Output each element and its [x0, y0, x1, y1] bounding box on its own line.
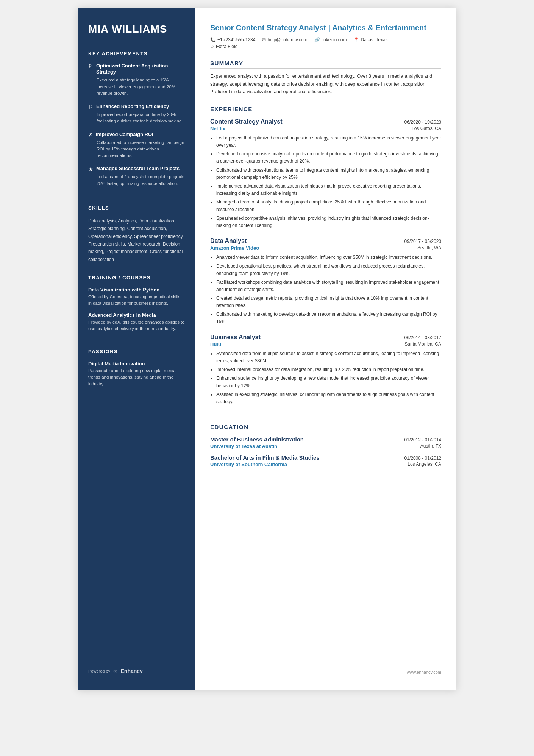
achievement-desc-2: Improved report preparation time by 20%,… [97, 111, 184, 125]
experience-amazon: Data Analyst 09/2017 - 05/2020 Amazon Pr… [210, 238, 441, 326]
training-title: TRAINING / COURSES [88, 275, 184, 283]
bullet-item: Managed a team of 4 analysts, driving pr… [216, 199, 441, 213]
passions-title: PASSIONS [88, 349, 184, 357]
achievement-desc-3: Collaborated to increase marketing campa… [97, 139, 184, 159]
education-section: EDUCATION Master of Business Administrat… [210, 424, 441, 473]
edu-degree-2: Bachelor of Arts in Film & Media Studies [210, 454, 320, 461]
course-title-1: Data Visualization with Python [88, 287, 184, 293]
edu-dates-2: 01/2008 - 01/2012 [404, 455, 441, 461]
edu-dates-1: 01/2012 - 01/2014 [404, 437, 441, 443]
bullet-item: Created detailed usage metric reports, p… [216, 295, 441, 309]
extra-contact: ☆ Extra Field [210, 44, 237, 49]
website-text: www.enhancv.com [407, 670, 441, 675]
achievement-4: ★ Managed Successful Team Projects Led a… [88, 166, 184, 187]
education-2: Bachelor of Arts in Film & Media Studies… [210, 454, 441, 467]
location-contact: 📍 Dallas, Texas [353, 37, 387, 42]
exp-dates-1: 06/2020 - 10/2023 [404, 119, 441, 125]
achievement-1: ⚐ Optimized Content Acquisition Strategy… [88, 63, 184, 97]
achievement-title-3: Improved Campaign ROI [96, 131, 153, 138]
linkedin-contact: 🔗 linkedin.com [314, 37, 347, 42]
summary-section: SUMMARY Experienced analyst with a passi… [210, 60, 441, 96]
passion-title-1: Digital Media Innovation [88, 361, 184, 366]
experience-section: EXPERIENCE Content Strategy Analyst 06/2… [210, 106, 441, 414]
phone-contact: 📞 +1-(234)-555-1234 [210, 37, 255, 42]
achievement-title-4: Managed Successful Team Projects [96, 166, 180, 172]
exp-company-3: Hulu [210, 341, 221, 347]
exp-bullets-3: Synthesized data from multiple sources t… [210, 350, 441, 405]
achievement-title-2: Enhanced Reporting Efficiency [96, 103, 169, 110]
star-icon: ☆ [210, 44, 214, 49]
contact-row-1: 📞 +1-(234)-555-1234 ✉ help@enhancv.com 🔗… [210, 37, 441, 42]
contact-row-2: ☆ Extra Field [210, 44, 441, 49]
achievements-title: KEY ACHIEVEMENTS [88, 51, 184, 59]
main-header: Senior Content Strategy Analyst | Analyt… [210, 23, 441, 51]
extra-text: Extra Field [216, 44, 237, 49]
candidate-name: MIA WILLIAMS [88, 23, 184, 36]
main-footer: www.enhancv.com [210, 662, 441, 675]
bullet-item: Implemented advanced data visualization … [216, 183, 441, 197]
experience-hulu: Business Analyst 06/2014 - 08/2017 Hulu … [210, 334, 441, 405]
bullet-item: Synthesized data from multiple sources t… [216, 350, 441, 365]
edu-degree-1: Master of Business Administration [210, 436, 304, 443]
achievement-icon-3: ✗ [88, 132, 93, 138]
bullet-item: Collaborated with marketing to develop d… [216, 311, 441, 325]
education-section-title: EDUCATION [210, 424, 441, 432]
achievement-title-1: Optimized Content Acquisition Strategy [96, 63, 184, 76]
bullet-item: Enhanced audience insights by developing… [216, 375, 441, 389]
achievement-desc-4: Led a team of 4 analysts to complete pro… [97, 174, 184, 187]
education-1: Master of Business Administration 01/201… [210, 436, 441, 449]
achievement-icon-1: ⚐ [88, 63, 93, 69]
main-content: Senior Content Strategy Analyst | Analyt… [195, 8, 456, 690]
exp-dates-2: 09/2017 - 05/2020 [404, 239, 441, 244]
exp-bullets-1: Led a project that optimized content acq… [210, 135, 441, 229]
course-title-2: Advanced Analytics in Media [88, 312, 184, 318]
skills-section: SKILLS Data analysis, Analytics, Data vi… [88, 205, 184, 263]
achievement-2: ⚐ Enhanced Reporting Efficiency Improved… [88, 103, 184, 125]
phone-icon: 📞 [210, 37, 216, 42]
exp-role-1: Content Strategy Analyst [210, 118, 283, 125]
exp-role-3: Business Analyst [210, 334, 261, 341]
email-icon: ✉ [262, 37, 266, 42]
exp-location-2: Seattle, WA [417, 245, 441, 251]
bullet-item: Collaborated with cross-functional teams… [216, 167, 441, 181]
passions-section: PASSIONS Digital Media Innovation Passio… [88, 349, 184, 392]
bullet-item: Analyzed viewer data to inform content a… [216, 254, 441, 261]
exp-bullets-2: Analyzed viewer data to inform content a… [210, 254, 441, 326]
bullet-item: Assisted in executing strategic initiati… [216, 391, 441, 405]
bullet-item: Developed comprehensive analytical repor… [216, 150, 441, 165]
exp-company-2: Amazon Prime Video [210, 245, 259, 251]
edu-location-1: Austin, TX [420, 443, 441, 449]
summary-text: Experienced analyst with a passion for e… [210, 72, 441, 96]
bullet-item: Developed operational best practices, wh… [216, 263, 441, 277]
bullet-item: Led a project that optimized content acq… [216, 135, 441, 149]
skills-title: SKILLS [88, 205, 184, 213]
job-title: Senior Content Strategy Analyst | Analyt… [210, 23, 441, 33]
achievement-icon-2: ⚐ [88, 104, 93, 110]
edu-school-1: University of Texas at Austin [210, 443, 277, 449]
achievements-section: KEY ACHIEVEMENTS ⚐ Optimized Content Acq… [88, 51, 184, 194]
course-1: Data Visualization with Python Offered b… [88, 287, 184, 307]
linkedin-text: linkedin.com [322, 37, 347, 42]
edu-location-2: Los Angeles, CA [408, 462, 441, 467]
bullet-item: Improved internal processes for data int… [216, 366, 441, 373]
email-text: help@enhancv.com [267, 37, 307, 42]
training-section: TRAINING / COURSES Data Visualization wi… [88, 275, 184, 337]
experience-section-title: EXPERIENCE [210, 106, 441, 114]
enhancv-logo: Enhancv [121, 668, 143, 674]
email-contact: ✉ help@enhancv.com [262, 37, 307, 42]
exp-location-1: Los Gatos, CA [412, 126, 441, 131]
achievement-3: ✗ Improved Campaign ROI Collaborated to … [88, 131, 184, 159]
resume-container: MIA WILLIAMS KEY ACHIEVEMENTS ⚐ Optimize… [78, 8, 456, 690]
bullet-item: Facilitated workshops combining data ana… [216, 279, 441, 293]
linkedin-icon: 🔗 [314, 37, 320, 42]
course-2: Advanced Analytics in Media Provided by … [88, 312, 184, 332]
achievement-desc-1: Executed a strategy leading to a 15% inc… [97, 77, 184, 97]
achievement-icon-4: ★ [88, 166, 93, 172]
phone-text: +1-(234)-555-1234 [217, 37, 255, 42]
course-desc-2: Provided by edX, this course enhances ab… [88, 319, 184, 332]
summary-section-title: SUMMARY [210, 60, 441, 69]
powered-by-text: Powered by [88, 669, 110, 673]
passion-1: Digital Media Innovation Passionate abou… [88, 361, 184, 387]
sidebar: MIA WILLIAMS KEY ACHIEVEMENTS ⚐ Optimize… [78, 8, 195, 690]
exp-role-2: Data Analyst [210, 238, 247, 244]
